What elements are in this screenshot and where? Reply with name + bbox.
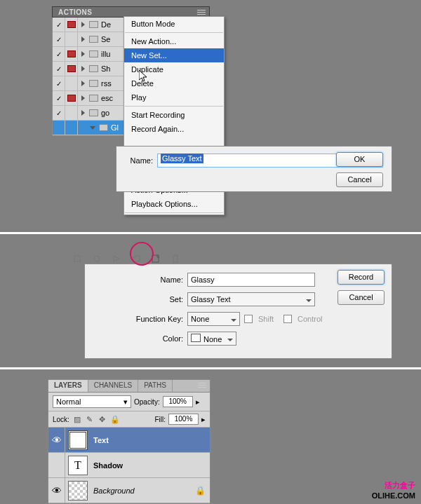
- cancel-button[interactable]: Cancel: [336, 172, 383, 187]
- visibility-icon[interactable]: 👁: [48, 428, 65, 453]
- expand-icon[interactable]: [78, 36, 88, 42]
- panel-menu-button[interactable]: [194, 380, 210, 390]
- toggle-checkbox[interactable]: [53, 32, 65, 47]
- menu-separator: [125, 32, 223, 33]
- toggle-checkbox[interactable]: [53, 121, 65, 135]
- toggle-checkbox[interactable]: [53, 106, 65, 121]
- folder-icon: [98, 124, 109, 131]
- chevron-down-icon: ▾: [123, 397, 128, 407]
- expand-icon[interactable]: [88, 126, 98, 130]
- shift-checkbox[interactable]: [244, 315, 253, 323]
- layer-row-text[interactable]: 👁 T Text: [48, 428, 210, 453]
- tab-paths[interactable]: PATHS: [138, 380, 173, 392]
- trash-icon[interactable]: [171, 254, 180, 264]
- play-icon[interactable]: [112, 254, 121, 264]
- tab-channels[interactable]: CHANNELS: [88, 380, 138, 392]
- menu-start-recording[interactable]: Start Recording: [124, 108, 224, 122]
- action-name-input[interactable]: [187, 273, 315, 287]
- panel-menu-button[interactable]: [194, 7, 209, 17]
- layer-thumb-bg[interactable]: [68, 481, 88, 500]
- toggle-checkbox[interactable]: [53, 62, 65, 76]
- toggle-checkbox[interactable]: [53, 91, 65, 106]
- chevron-down-icon: [306, 295, 312, 304]
- ok-button[interactable]: OK: [336, 152, 383, 167]
- name-label: Name:: [125, 156, 153, 165]
- panel-tabs: LAYERS CHANNELS PATHS: [48, 380, 210, 393]
- fill-slider-icon[interactable]: ▸: [201, 415, 206, 424]
- menu-new-action[interactable]: New Action...: [124, 34, 224, 48]
- layer-row-shadow[interactable]: T Shadow: [48, 453, 210, 478]
- actions-tab[interactable]: ACTIONS: [53, 8, 98, 17]
- menu-delete[interactable]: Delete: [124, 76, 224, 90]
- expand-icon[interactable]: [78, 110, 88, 116]
- set-label: Set:: [92, 295, 183, 304]
- fill-input[interactable]: 100%: [168, 414, 199, 425]
- dialog-toggle[interactable]: [65, 91, 78, 106]
- svg-point-1: [94, 256, 100, 261]
- color-select[interactable]: None: [187, 332, 236, 346]
- dialog-toggle[interactable]: [65, 47, 78, 62]
- menu-playback-options[interactable]: Playback Options...: [124, 197, 224, 211]
- visibility-icon[interactable]: 👁: [48, 478, 65, 503]
- dialog-toggle[interactable]: [65, 106, 78, 121]
- record-icon[interactable]: [92, 254, 102, 264]
- folder-icon: [88, 65, 99, 72]
- menu-play[interactable]: Play: [124, 90, 224, 104]
- highlight-circle: [130, 242, 154, 266]
- chevron-down-icon: [231, 315, 236, 323]
- lock-row: Lock: ▨ ✎ ✥ 🔒 Fill: 100% ▸: [48, 411, 210, 428]
- opacity-slider-icon[interactable]: ▸: [196, 397, 200, 407]
- layer-row-background[interactable]: 👁 Background 🔒: [48, 478, 210, 503]
- menu-button-mode[interactable]: Button Mode: [124, 17, 224, 31]
- lock-pixels-icon[interactable]: ✎: [85, 414, 95, 424]
- record-button[interactable]: Record: [338, 270, 385, 285]
- lock-all-icon[interactable]: 🔒: [110, 414, 120, 424]
- menu-separator: [125, 212, 223, 213]
- expand-icon[interactable]: [78, 51, 88, 57]
- cancel-button[interactable]: Cancel: [338, 290, 385, 305]
- dialog-toggle[interactable]: [65, 32, 78, 47]
- dialog-toggle[interactable]: [65, 76, 78, 91]
- folder-icon: [88, 80, 99, 87]
- dialog-toggle[interactable]: [65, 121, 78, 135]
- expand-icon[interactable]: [78, 81, 88, 86]
- expand-icon[interactable]: [78, 66, 88, 71]
- new-action-dialog: Name: Set: Glassy Text Function Key: Non…: [84, 264, 392, 359]
- set-select[interactable]: Glassy Text: [187, 292, 315, 306]
- separator: [0, 367, 421, 369]
- menu-duplicate[interactable]: Duplicate: [124, 62, 224, 76]
- dialog-toggle[interactable]: [65, 18, 78, 32]
- folder-icon: [88, 109, 99, 116]
- layer-thumb-text[interactable]: T: [68, 430, 88, 450]
- layer-thumb-text[interactable]: T: [68, 456, 88, 475]
- opacity-input[interactable]: 100%: [163, 396, 193, 407]
- layers-panel: LAYERS CHANNELS PATHS Normal▾ Opacity: 1…: [48, 379, 210, 504]
- function-key-label: Function Key:: [92, 315, 183, 323]
- svg-rect-0: [74, 256, 80, 261]
- blend-mode-select[interactable]: Normal▾: [53, 395, 131, 408]
- lock-label: Lock:: [53, 416, 69, 423]
- control-checkbox[interactable]: [283, 315, 292, 323]
- expand-icon[interactable]: [78, 95, 88, 101]
- expand-icon[interactable]: [78, 22, 88, 27]
- new-set-dialog: Name: Glassy Text OK Cancel: [116, 146, 392, 192]
- function-key-select[interactable]: None: [187, 312, 240, 326]
- dialog-toggle[interactable]: [65, 62, 78, 76]
- toggle-checkbox[interactable]: [53, 18, 65, 32]
- lock-transparent-icon[interactable]: ▨: [72, 414, 82, 424]
- toggle-checkbox[interactable]: [53, 76, 65, 91]
- opacity-label: Opacity:: [134, 398, 160, 406]
- tab-layers[interactable]: LAYERS: [48, 380, 88, 392]
- toggle-checkbox[interactable]: [53, 47, 65, 62]
- menu-separator: [125, 106, 223, 107]
- lock-icon: 🔒: [195, 486, 206, 496]
- stop-icon[interactable]: [72, 254, 82, 264]
- color-label: Color:: [92, 334, 183, 343]
- menu-record-again[interactable]: Record Again...: [124, 122, 224, 136]
- folder-icon: [88, 21, 99, 28]
- folder-icon: [88, 95, 99, 102]
- menu-new-set[interactable]: New Set...: [124, 48, 224, 62]
- visibility-icon[interactable]: [48, 453, 65, 478]
- lock-position-icon[interactable]: ✥: [98, 414, 107, 424]
- folder-icon: [88, 50, 99, 57]
